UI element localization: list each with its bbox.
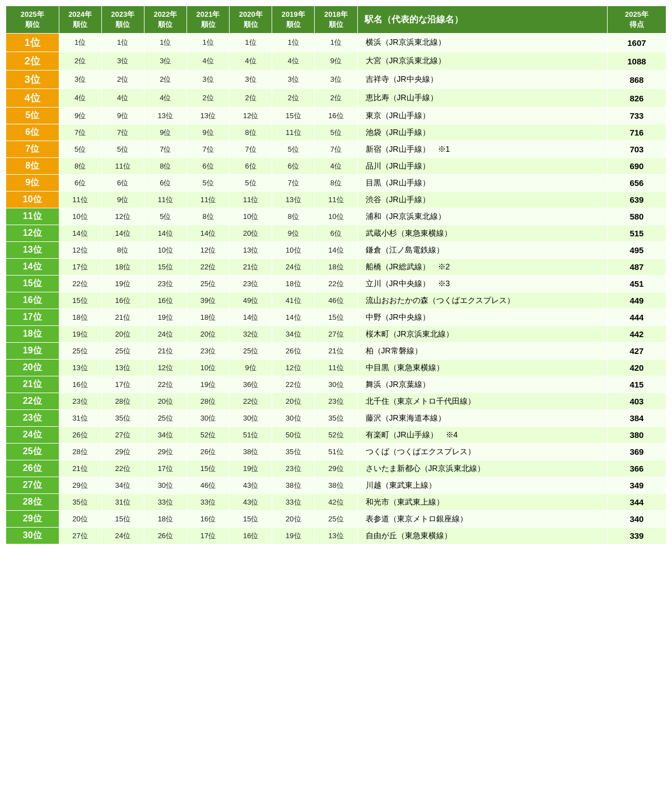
score-cell: 639 [607, 192, 666, 208]
year-2019-cell: 50位 [272, 427, 315, 444]
year-2018-cell: 5位 [315, 124, 357, 141]
year-2021-cell: 2位 [186, 89, 229, 108]
year-2021-cell: 1位 [186, 34, 229, 52]
table-row: 18位19位20位24位20位32位34位27位桜木町（JR京浜東北線）442 [6, 326, 666, 343]
station-cell: 池袋（JR山手線） [357, 124, 607, 141]
station-cell: 藤沢（JR東海道本線） [357, 410, 607, 427]
year-2018-cell: 11位 [315, 360, 357, 376]
year-2022-cell: 29位 [144, 444, 186, 460]
year-2022-cell: 17位 [144, 460, 186, 477]
year-2019-cell: 33位 [272, 494, 315, 511]
year-2019-cell: 34位 [272, 326, 315, 343]
year-2021-cell: 33位 [186, 494, 229, 511]
year-2021-cell: 17位 [186, 528, 229, 544]
score-cell: 403 [607, 393, 666, 410]
header-2022-rank: 2022年 順位 [144, 6, 186, 34]
score-cell: 733 [607, 108, 666, 124]
year-2020-cell: 8位 [230, 124, 272, 141]
rank-cell: 9位 [6, 175, 59, 192]
year-2018-cell: 10位 [315, 208, 357, 225]
year-2024-cell: 13位 [59, 360, 101, 376]
rank-cell: 3位 [6, 71, 59, 89]
score-cell: 868 [607, 71, 666, 89]
year-2019-cell: 22位 [272, 376, 315, 393]
year-2018-cell: 46位 [315, 292, 357, 309]
station-cell: 恵比寿（JR山手線） [357, 89, 607, 108]
year-2021-cell: 3位 [186, 71, 229, 89]
year-2019-cell: 11位 [272, 124, 315, 141]
table-row: 7位5位5位7位7位7位5位7位新宿（JR山手線） ※1703 [6, 141, 666, 158]
year-2018-cell: 29位 [315, 460, 357, 477]
score-cell: 1088 [607, 52, 666, 71]
rank-cell: 17位 [6, 309, 59, 326]
year-2023-cell: 5位 [101, 141, 144, 158]
rank-cell: 4位 [6, 89, 59, 108]
year-2021-cell: 25位 [186, 276, 229, 292]
rank-cell: 21位 [6, 376, 59, 393]
year-2023-cell: 18位 [101, 259, 144, 276]
year-2019-cell: 4位 [272, 52, 315, 71]
score-cell: 656 [607, 175, 666, 192]
table-row: 6位7位7位9位9位8位11位5位池袋（JR山手線）716 [6, 124, 666, 141]
year-2020-cell: 30位 [230, 410, 272, 427]
year-2018-cell: 25位 [315, 511, 357, 528]
year-2023-cell: 25位 [101, 343, 144, 360]
year-2023-cell: 1位 [101, 34, 144, 52]
year-2018-cell: 2位 [315, 89, 357, 108]
table-row: 19位25位25位21位23位25位26位21位柏（JR常磐線）427 [6, 343, 666, 360]
station-cell: 流山おおたかの森（つくばエクスプレス） [357, 292, 607, 309]
year-2018-cell: 13位 [315, 528, 357, 544]
year-2022-cell: 25位 [144, 410, 186, 427]
table-row: 4位4位4位4位2位2位2位2位恵比寿（JR山手線）826 [6, 89, 666, 108]
year-2024-cell: 8位 [59, 158, 101, 175]
year-2021-cell: 9位 [186, 124, 229, 141]
year-2024-cell: 15位 [59, 292, 101, 309]
year-2020-cell: 16位 [230, 528, 272, 544]
table-row: 24位26位27位34位52位51位50位52位有楽町（JR山手線） ※4380 [6, 427, 666, 444]
year-2021-cell: 39位 [186, 292, 229, 309]
year-2019-cell: 38位 [272, 477, 315, 494]
ranking-table: 2025年 順位 2024年 順位 2023年 順位 2022年 順位 2021… [6, 6, 666, 544]
year-2018-cell: 22位 [315, 276, 357, 292]
year-2024-cell: 18位 [59, 309, 101, 326]
year-2018-cell: 30位 [315, 376, 357, 393]
station-cell: 立川（JR中央線） ※3 [357, 276, 607, 292]
year-2022-cell: 1位 [144, 34, 186, 52]
year-2020-cell: 4位 [230, 52, 272, 71]
station-cell: 大宮（JR京浜東北線） [357, 52, 607, 71]
rank-cell: 5位 [6, 108, 59, 124]
header-2025-rank: 2025年 順位 [6, 6, 59, 34]
year-2023-cell: 16位 [101, 292, 144, 309]
station-cell: 舞浜（JR京葉線） [357, 376, 607, 393]
year-2019-cell: 30位 [272, 410, 315, 427]
score-cell: 420 [607, 360, 666, 376]
year-2024-cell: 19位 [59, 326, 101, 343]
year-2019-cell: 3位 [272, 71, 315, 89]
year-2022-cell: 22位 [144, 376, 186, 393]
year-2019-cell: 1位 [272, 34, 315, 52]
score-cell: 716 [607, 124, 666, 141]
score-cell: 349 [607, 477, 666, 494]
station-cell: 柏（JR常磐線） [357, 343, 607, 360]
score-cell: 690 [607, 158, 666, 175]
year-2023-cell: 3位 [101, 52, 144, 71]
rank-cell: 29位 [6, 511, 59, 528]
year-2018-cell: 27位 [315, 326, 357, 343]
year-2019-cell: 23位 [272, 460, 315, 477]
year-2021-cell: 15位 [186, 460, 229, 477]
year-2024-cell: 2位 [59, 52, 101, 71]
year-2020-cell: 10位 [230, 208, 272, 225]
year-2021-cell: 20位 [186, 326, 229, 343]
year-2019-cell: 10位 [272, 242, 315, 259]
year-2019-cell: 7位 [272, 175, 315, 192]
table-row: 9位6位6位6位5位5位7位8位目黒（JR山手線）656 [6, 175, 666, 192]
year-2019-cell: 20位 [272, 511, 315, 528]
rank-cell: 18位 [6, 326, 59, 343]
year-2020-cell: 23位 [230, 276, 272, 292]
year-2019-cell: 15位 [272, 108, 315, 124]
year-2018-cell: 16位 [315, 108, 357, 124]
score-cell: 703 [607, 141, 666, 158]
rank-cell: 15位 [6, 276, 59, 292]
rank-cell: 13位 [6, 242, 59, 259]
year-2018-cell: 42位 [315, 494, 357, 511]
